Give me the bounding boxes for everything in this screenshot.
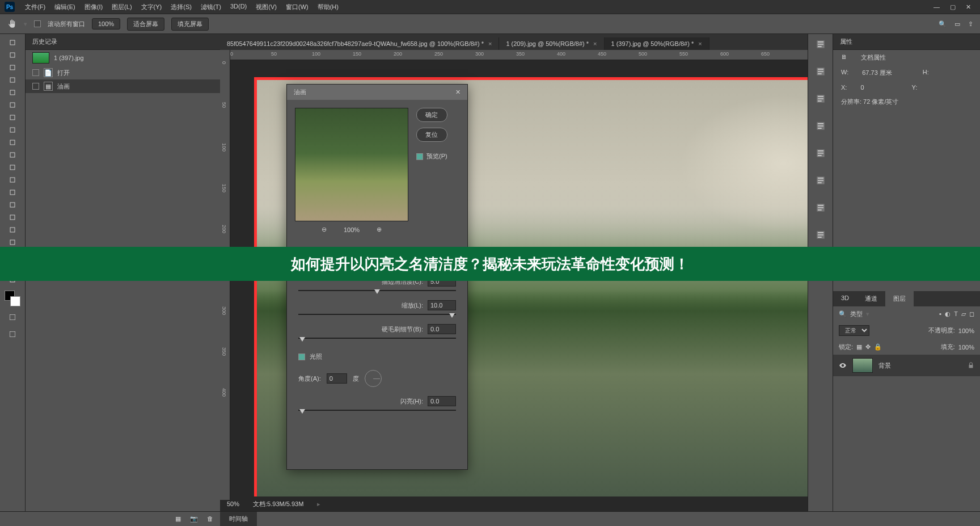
- paragraph-icon[interactable]: [815, 148, 826, 159]
- heal-tool[interactable]: [3, 111, 22, 124]
- close-tab-icon[interactable]: ×: [698, 40, 702, 47]
- ps-logo: Ps: [5, 2, 15, 12]
- zoom-status[interactable]: 50%: [227, 500, 239, 507]
- blend-mode-select[interactable]: 正常: [839, 325, 869, 336]
- menu-图层(L)[interactable]: 图层(L): [108, 2, 135, 12]
- properties-tab[interactable]: 属性: [833, 34, 980, 50]
- svg-rect-10: [10, 165, 15, 170]
- close-icon[interactable]: ✕: [966, 3, 971, 11]
- document-tab[interactable]: 1 (397).jpg @ 50%(RGB/8#) *×: [605, 37, 709, 50]
- scale-input[interactable]: [428, 300, 456, 310]
- menu-文字(Y)[interactable]: 文字(Y): [138, 2, 166, 12]
- cross-icon[interactable]: [815, 175, 826, 186]
- shine-slider[interactable]: [298, 410, 456, 411]
- document-tab[interactable]: 85f0547649911c23f209d00248a326fcf7bb4829…: [220, 37, 499, 50]
- crop-tool[interactable]: [3, 86, 22, 99]
- filter-smart-icon[interactable]: ◻: [969, 310, 974, 318]
- menu-图像(I)[interactable]: 图像(I): [81, 2, 106, 12]
- scale-slider[interactable]: [298, 314, 456, 315]
- panel-tab-3D[interactable]: 3D: [833, 291, 857, 306]
- reset-button[interactable]: 复位: [416, 128, 447, 142]
- menu-滤镜(T)[interactable]: 滤镜(T): [197, 2, 225, 12]
- document-tab[interactable]: 1 (209).jpg @ 50%(RGB/8#) *×: [499, 37, 604, 50]
- dialog-close-icon[interactable]: ✕: [455, 89, 461, 96]
- lock-icon: [968, 362, 974, 369]
- bristle-input[interactable]: [428, 324, 456, 334]
- wand-tool[interactable]: [3, 74, 22, 86]
- history-snapshot[interactable]: 1 (397).jpg: [26, 50, 220, 66]
- zoom-out-icon[interactable]: ⊖: [322, 226, 327, 233]
- marquee-tool[interactable]: [3, 49, 22, 61]
- history-icon[interactable]: [815, 66, 826, 77]
- type-panel-icon[interactable]: [815, 120, 826, 132]
- workspace-icon[interactable]: ▭: [954, 20, 960, 28]
- menu-窗口(W)[interactable]: 窗口(W): [282, 2, 312, 12]
- zoom-in-icon[interactable]: ⊕: [377, 226, 382, 233]
- menu-3D(D)[interactable]: 3D(D): [227, 2, 250, 12]
- menu-帮助(H)[interactable]: 帮助(H): [314, 2, 342, 12]
- lighting-checkbox[interactable]: [298, 354, 305, 360]
- zoom-100-button[interactable]: 100%: [92, 18, 120, 30]
- doc-size-status[interactable]: 文档:5.93M/5.93M: [253, 500, 303, 508]
- filter-preview[interactable]: [295, 108, 408, 221]
- play-icon[interactable]: [815, 93, 826, 104]
- maximize-icon[interactable]: ▢: [950, 3, 956, 11]
- filter-shape-icon[interactable]: ▱: [961, 310, 966, 318]
- close-tab-icon[interactable]: ×: [593, 40, 597, 47]
- gradient-tool[interactable]: [3, 174, 22, 186]
- svg-rect-3: [10, 78, 15, 82]
- minimize-icon[interactable]: —: [933, 3, 940, 11]
- angle-dial[interactable]: [365, 370, 382, 387]
- menu-编辑(E)[interactable]: 编辑(E): [51, 2, 79, 12]
- fill-screen-button[interactable]: 填充屏幕: [171, 18, 209, 31]
- new-snapshot-icon[interactable]: ▦: [175, 515, 181, 523]
- filter-type-icon[interactable]: T: [954, 310, 958, 318]
- history-step-open[interactable]: 📄 打开: [26, 66, 220, 79]
- blur-tool[interactable]: [3, 186, 22, 199]
- menu-视图(V)[interactable]: 视图(V): [252, 2, 280, 12]
- filter-pixel-icon[interactable]: ▪: [939, 310, 941, 318]
- cc-icon[interactable]: [815, 202, 826, 213]
- history-brush-tool[interactable]: [3, 149, 22, 161]
- lasso-tool[interactable]: [3, 61, 22, 74]
- visibility-icon[interactable]: [839, 361, 847, 369]
- stamp-tool[interactable]: [3, 136, 22, 149]
- brush-tool[interactable]: [3, 124, 22, 136]
- angle-input[interactable]: [327, 373, 347, 384]
- share-icon[interactable]: ⇪: [968, 20, 973, 28]
- filter-adjust-icon[interactable]: ◐: [945, 310, 951, 318]
- lock-all-icon[interactable]: 🔒: [874, 343, 882, 351]
- menu-选择(S)[interactable]: 选择(S): [167, 2, 195, 12]
- background-color[interactable]: [10, 296, 20, 306]
- menu-文件(F)[interactable]: 文件(F): [22, 2, 49, 12]
- eraser-tool[interactable]: [3, 161, 22, 174]
- layer-background[interactable]: 背景: [833, 355, 980, 376]
- close-tab-icon[interactable]: ×: [488, 40, 492, 47]
- type-tool[interactable]: [3, 224, 22, 236]
- fit-screen-button[interactable]: 适合屏幕: [127, 18, 164, 31]
- timeline-tab[interactable]: 时间轴: [220, 512, 257, 526]
- quick-mask-icon[interactable]: [3, 311, 22, 323]
- scroll-all-checkbox[interactable]: [34, 20, 41, 27]
- history-tab[interactable]: 历史记录: [26, 34, 220, 50]
- bristle-slider[interactable]: [298, 338, 456, 339]
- glyph-icon[interactable]: [815, 229, 826, 241]
- search-icon[interactable]: 🔍: [939, 20, 947, 28]
- panel-tab-通道[interactable]: 通道: [857, 291, 885, 306]
- new-doc-icon[interactable]: 📷: [190, 515, 198, 523]
- preview-checkbox-label[interactable]: 预览(P): [426, 152, 447, 161]
- stroke-clean-slider[interactable]: [298, 290, 456, 291]
- delete-state-icon[interactable]: 🗑: [207, 515, 213, 523]
- lock-pixels-icon[interactable]: ▦: [856, 343, 862, 351]
- history-step-oilpaint[interactable]: ▦ 油画: [26, 79, 220, 93]
- eyedrop-tool[interactable]: [3, 99, 22, 111]
- screen-mode-icon[interactable]: [3, 328, 22, 340]
- dodge-tool[interactable]: [3, 199, 22, 211]
- lock-position-icon[interactable]: ✥: [865, 343, 871, 351]
- shine-input[interactable]: [428, 396, 456, 406]
- panel-tab-图层[interactable]: 图层: [885, 291, 914, 306]
- brush-preset-icon[interactable]: [815, 39, 826, 50]
- move-tool[interactable]: [3, 36, 22, 49]
- pen-tool[interactable]: [3, 211, 22, 224]
- ok-button[interactable]: 确定: [416, 108, 447, 122]
